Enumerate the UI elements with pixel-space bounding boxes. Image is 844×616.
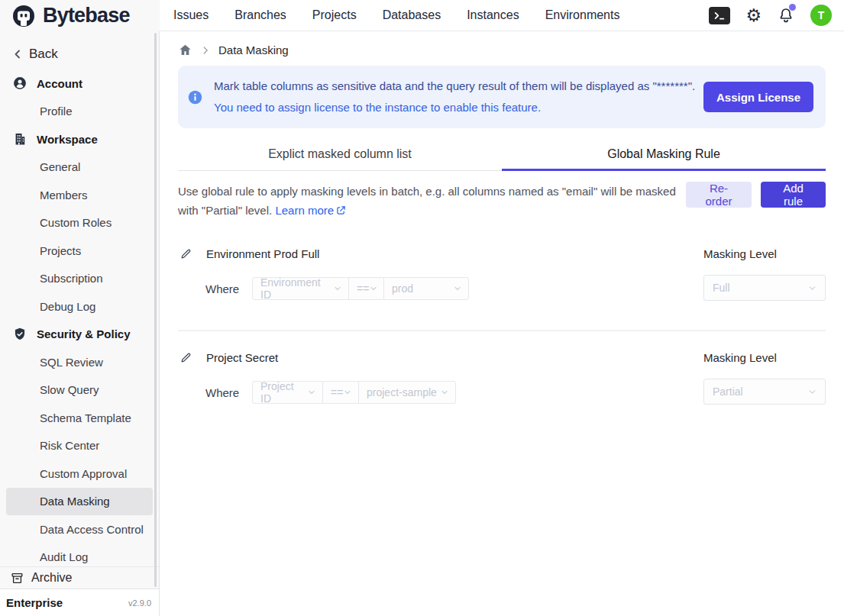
nav-instances[interactable]: Instances: [467, 8, 519, 22]
masking-level-label: Masking Level: [703, 247, 826, 260]
reorder-button[interactable]: Re-order: [686, 182, 752, 208]
chevron-down-icon: [333, 284, 342, 293]
breadcrumb-current[interactable]: Data Masking: [218, 44, 289, 56]
plan-badge: Enterprise: [6, 596, 63, 609]
sidebar-section-security: Security & Policy: [0, 321, 159, 349]
section-label-account: Account: [37, 77, 82, 90]
sidebar-footer: Enterprise v2.9.0: [0, 589, 159, 616]
sidebar-item-custom-approval[interactable]: Custom Approval: [6, 460, 153, 488]
nav-issues[interactable]: Issues: [173, 8, 209, 22]
banner-text: Mark table columns as sensitive data and…: [214, 76, 695, 118]
app-window: Bytebase Issues Branches Projects Databa…: [0, 0, 844, 616]
section-label-workspace: Workspace: [37, 133, 98, 146]
bytebase-logo-icon: [11, 3, 37, 29]
tab-explicit-masked-column-list[interactable]: Explict masked column list: [178, 139, 502, 170]
rules-actions: Re-order Add rule: [686, 182, 826, 208]
rule-condition: Where Environment ID == prod: [178, 277, 703, 300]
chevron-right-icon: [200, 45, 211, 56]
chevron-down-icon: [343, 388, 352, 397]
learn-more-link[interactable]: Learn more: [275, 204, 347, 217]
rules-header: Use global rule to apply masking levels …: [178, 182, 826, 220]
nav-environments[interactable]: Environments: [545, 8, 620, 22]
nav-databases[interactable]: Databases: [383, 8, 441, 22]
sidebar-item-data-masking[interactable]: Data Masking: [6, 488, 153, 516]
sidebar-item-risk-center[interactable]: Risk Center: [6, 432, 153, 460]
sidebar-item-audit-log[interactable]: Audit Log: [6, 543, 153, 567]
condition-value-select[interactable]: project-sample: [358, 381, 456, 404]
home-icon[interactable]: [178, 43, 192, 57]
top-nav: Issues Branches Projects Databases Insta…: [173, 8, 619, 22]
external-link-icon: [335, 205, 347, 216]
sidebar-item-members[interactable]: Members: [6, 181, 153, 209]
archive-button[interactable]: Archive: [0, 566, 159, 589]
masking-level-label: Masking Level: [703, 351, 826, 364]
brand-logo[interactable]: Bytebase: [0, 0, 160, 31]
sidebar-item-custom-roles[interactable]: Custom Roles: [6, 209, 153, 237]
chevron-down-icon: [807, 283, 817, 293]
sidebar-item-schema-template[interactable]: Schema Template: [6, 404, 153, 432]
sidebar-item-profile[interactable]: Profile: [6, 98, 153, 126]
condition-operator-select[interactable]: ==: [322, 381, 359, 404]
notifications-bell-icon[interactable]: [777, 6, 795, 24]
where-label: Where: [205, 386, 252, 399]
masking-level-select[interactable]: Full: [703, 275, 826, 301]
banner-line1: Mark table columns as sensitive data and…: [214, 76, 695, 97]
rules-description-text: Use global rule to apply masking levels …: [178, 185, 676, 217]
rule-right: Masking Level Partial: [703, 351, 826, 405]
sidebar-item-slow-query[interactable]: Slow Query: [6, 376, 153, 405]
masking-level-select[interactable]: Partial: [703, 379, 826, 405]
sidebar-item-projects[interactable]: Projects: [6, 237, 153, 265]
condition-value-select[interactable]: prod: [383, 277, 469, 300]
sidebar-scrollbar[interactable]: [154, 33, 157, 587]
where-label: Where: [205, 282, 252, 295]
condition-field-select[interactable]: Environment ID: [252, 277, 349, 300]
nav-projects[interactable]: Projects: [312, 8, 357, 22]
chevron-down-icon: [807, 387, 817, 397]
edit-pencil-icon[interactable]: [179, 351, 192, 364]
rules-description: Use global rule to apply masking levels …: [178, 182, 686, 220]
section-label-security: Security & Policy: [37, 327, 131, 340]
settings-sidebar: Back Account Profile: [0, 31, 160, 616]
condition-operator-select[interactable]: ==: [348, 277, 384, 300]
chevron-down-icon: [369, 284, 378, 293]
shield-icon: [12, 327, 27, 342]
notification-dot: [789, 4, 796, 11]
chevron-left-icon: [11, 47, 24, 61]
brand-name: Bytebase: [43, 4, 130, 27]
rule-title: Project Secret: [206, 351, 278, 364]
sidebar-item-sql-review[interactable]: SQL Review: [6, 348, 153, 376]
edit-pencil-icon[interactable]: [179, 247, 192, 260]
user-icon: [12, 76, 27, 91]
license-banner: Mark table columns as sensitive data and…: [178, 66, 826, 128]
chevron-down-icon: [453, 284, 462, 293]
sidebar-nav: Back Account Profile: [0, 31, 159, 566]
main-content: Data Masking Mark table columns as sensi…: [160, 31, 844, 616]
rule-right: Masking Level Full: [703, 247, 826, 301]
banner-line2[interactable]: You need to assign license to the instan…: [214, 97, 695, 118]
tab-global-masking-rule[interactable]: Global Masking Rule: [502, 139, 826, 171]
header-bar: Issues Branches Projects Databases Insta…: [160, 0, 844, 31]
sidebar-item-data-access-control[interactable]: Data Access Control: [6, 515, 153, 543]
archive-label: Archive: [31, 571, 72, 585]
version-label: v2.9.0: [128, 598, 151, 608]
condition-group: Environment ID == prod: [252, 277, 469, 300]
assign-license-button[interactable]: Assign License: [703, 82, 813, 112]
breadcrumb: Data Masking: [178, 43, 826, 57]
chevron-down-icon: [440, 388, 449, 397]
add-rule-button[interactable]: Add rule: [761, 182, 826, 208]
archive-icon: [10, 571, 24, 585]
info-icon: [187, 89, 203, 105]
rule-left: Project Secret Where Project ID ==: [178, 351, 703, 405]
sidebar-item-debug-log[interactable]: Debug Log: [6, 292, 153, 321]
user-avatar[interactable]: T: [810, 5, 832, 26]
sql-editor-icon[interactable]: [709, 7, 730, 24]
sidebar-item-subscription[interactable]: Subscription: [6, 265, 153, 293]
back-button[interactable]: Back: [0, 39, 159, 69]
rule-condition: Where Project ID == project-sa: [178, 381, 703, 404]
sidebar-section-account: Account: [0, 69, 159, 98]
sidebar-section-workspace: Workspace: [0, 125, 159, 153]
condition-field-select[interactable]: Project ID: [252, 381, 323, 404]
settings-gear-icon[interactable]: ⚙: [745, 7, 762, 24]
sidebar-item-general[interactable]: General: [6, 153, 153, 182]
nav-branches[interactable]: Branches: [234, 8, 286, 22]
